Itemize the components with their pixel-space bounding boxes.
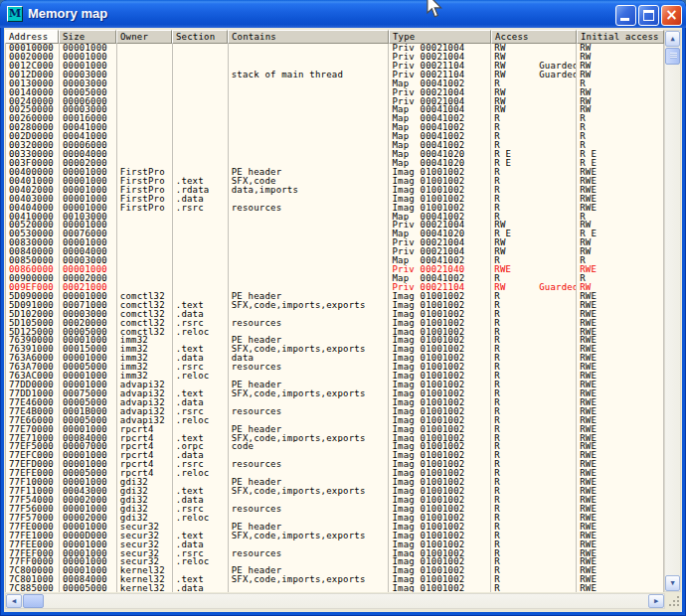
cell-initial_access: RWE [577, 398, 664, 407]
cell-size: 00005000 [60, 328, 117, 337]
column-header-owner[interactable]: Owner [116, 30, 172, 44]
table-row[interactable]: 0041000000103000Map 00041002RR [6, 213, 664, 222]
table-row[interactable]: 5D09100000071000comctl32.textSFX,code,im… [6, 301, 664, 310]
cell-initial_access: RWE [577, 328, 664, 337]
table-row[interactable]: 0013000000003000Map 00041002RR [6, 79, 664, 88]
cell-access: R [491, 425, 577, 434]
cell-owner: imm32 [117, 363, 173, 372]
table-row[interactable]: 77E7000000001000rpcrt4PE headerImag 0100… [6, 425, 664, 434]
column-header-section[interactable]: Section [172, 30, 228, 44]
cell-type: Priv 00021004 [389, 53, 491, 62]
table-row[interactable]: 77F5700000002000gdi32.relocImag 01001002… [6, 514, 664, 523]
table-row[interactable]: 7639000000001000imm32PE headerImag 01001… [6, 336, 664, 345]
table-row[interactable]: 77EFD00000001000rpcrt4.rsrcresourcesImag… [6, 460, 664, 469]
cell-address: 00410000 [6, 213, 60, 222]
column-header-address[interactable]: Address [5, 30, 59, 44]
scroll-right-button[interactable]: ▶ [648, 594, 664, 608]
minimize-button[interactable] [615, 5, 636, 26]
table-row[interactable]: 77EF500000007000rpcrt4.orpccodeImag 0100… [6, 442, 664, 451]
table-row[interactable]: 0040000000001000FirstProPE headerImag 01… [6, 168, 664, 177]
table-row[interactable]: 77DD000000001000advapi32PE headerImag 01… [6, 381, 664, 389]
table-row[interactable]: 0040300000001000FirstPro.dataImag 010010… [6, 195, 664, 204]
table-row[interactable]: 77FF000000001000secur32.relocImag 010010… [6, 557, 664, 566]
table-row[interactable]: 0052000000001000Priv 00021004RWRW [6, 221, 664, 230]
table-row[interactable]: 77E7100000084000rpcrt4.textSFX,code,impo… [6, 434, 664, 443]
table-row[interactable]: 0032000000006000Map 00041002RR [6, 141, 664, 150]
cell-access: R [491, 523, 577, 532]
column-header-type[interactable]: Type [389, 30, 491, 44]
table-row[interactable]: 77EFC00000001000rpcrt4.dataImag 01001002… [6, 451, 664, 460]
table-row[interactable]: 002D000000041000Map 00041002RR [6, 132, 664, 141]
scroll-left-button[interactable]: ◀ [6, 594, 22, 608]
titlebar[interactable]: M Memory map × [0, 0, 686, 28]
cell-address: 00840000 [6, 247, 60, 256]
cell-owner: rpcrt4 [117, 425, 173, 434]
cell-initial_access: RWE [577, 584, 664, 592]
table-row[interactable]: 0084000000004000Priv 00021004RWRW [6, 247, 664, 256]
table-row[interactable]: 5D09000000001000comctl32PE headerImag 01… [6, 292, 664, 301]
column-header-initial-access[interactable]: Initial access [577, 30, 664, 44]
table-row[interactable]: 0053000000076000Map 00041020R ER E [6, 230, 664, 238]
horizontal-scroll-thumb[interactable] [23, 594, 44, 608]
scroll-up-button[interactable]: ▲ [665, 31, 680, 47]
cell-size: 00005000 [60, 584, 117, 592]
table-row[interactable]: 77E6600000005000advapi32.relocImag 01001… [6, 416, 664, 425]
table-row[interactable]: 0025000000003000Map 00041004RWRW [6, 105, 664, 114]
table-row[interactable]: 763AC00000001000imm32.relocImag 01001002… [6, 372, 664, 381]
table-row[interactable]: 0040100000001000FirstPro.textSFX,codeIma… [6, 177, 664, 186]
table-row[interactable]: 7639100000015000imm32.textSFX,code,impor… [6, 345, 664, 354]
cell-type: Priv 00021004 [389, 238, 491, 247]
table-row[interactable]: 0086000000001000Priv 00021040RWERWE [6, 265, 664, 274]
resize-grip[interactable] [667, 594, 681, 608]
column-header-contains[interactable]: Contains [228, 30, 389, 44]
table-row[interactable]: 0024000000006000Priv 00021004RWRW [6, 97, 664, 106]
table-row[interactable]: 5D10500000020000comctl32.rsrcresourcesIm… [6, 319, 664, 328]
cell-size: 00020000 [60, 319, 117, 328]
table-row[interactable]: 0040200000001000FirstPro.rdatadata,impor… [6, 186, 664, 195]
table-row[interactable]: 0026000000016000Map 00041002RR [6, 114, 664, 123]
table-row[interactable]: 77FEE00000001000secur32.dataImag 0100100… [6, 540, 664, 549]
table-row[interactable]: 0012D00000003000stack of main threadPriv… [6, 71, 664, 79]
cell-section: .orpc [173, 442, 229, 451]
table-row[interactable]: 77E4B0000001B000advapi32.rsrcresourcesIm… [6, 407, 664, 416]
table-row[interactable]: 0001000000001000Priv 00021004RWRW [6, 44, 664, 53]
table-row[interactable]: 7C88500000005000kernel32.dataImag 010010… [6, 584, 664, 592]
table-row[interactable]: 0090000000002000Map 00041002RR [6, 274, 664, 283]
horizontal-scrollbar[interactable]: ◀ ▶ [5, 593, 665, 609]
table-row[interactable]: 763A600000001000imm32.datadataImag 01001… [6, 354, 664, 363]
table-row[interactable]: 77F5600000001000gdi32.rsrcresourcesImag … [6, 505, 664, 514]
vertical-scroll-thumb[interactable] [665, 48, 680, 65]
table-row[interactable]: 0083000000001000Priv 00021004RWRW [6, 238, 664, 247]
table-row[interactable]: 77F1000000001000gdi32PE headerImag 01001… [6, 478, 664, 487]
table-row[interactable]: 0012C00000001000Priv 00021104RW GuardedR… [6, 62, 664, 71]
table-row[interactable]: 0085000000003000Map 00041002RR [6, 256, 664, 265]
table-row[interactable]: 0002000000001000Priv 00021004RWRW [6, 53, 664, 62]
table-row[interactable]: 77FE000000001000secur32PE headerImag 010… [6, 523, 664, 532]
table-row[interactable]: 7C80100000084000kernel32.textSFX,code,im… [6, 575, 664, 584]
table-row[interactable]: 77DD100000075000advapi32.textSFX,code,im… [6, 389, 664, 398]
column-header-access[interactable]: Access [491, 30, 577, 44]
table-row[interactable]: 003F000000002000Map 00041020R ER E [6, 159, 664, 168]
table-row[interactable]: 0014000000005000Priv 00021004RWRW [6, 88, 664, 97]
scroll-down-button[interactable]: ▼ [665, 575, 680, 591]
table-row[interactable]: 0028000000041000Map 00041002RR [6, 123, 664, 132]
table-row[interactable]: 5D12500000005000comctl32.relocImag 01001… [6, 328, 664, 337]
table-row[interactable]: 77EFE00000005000rpcrt4.relocImag 0100100… [6, 469, 664, 478]
table-row[interactable]: 009EF00000021000Priv 00021104RW GuardedR… [6, 283, 664, 292]
table-row[interactable]: 763A700000005000imm32.rsrcresourcesImag … [6, 363, 664, 372]
cell-address: 003F0000 [6, 159, 60, 168]
table-row[interactable]: 77E4600000005000advapi32.dataImag 010010… [6, 398, 664, 407]
table-row[interactable]: 77F1100000043000gdi32.textSFX,code,impor… [6, 487, 664, 496]
table-row[interactable]: 77FEF00000001000secur32.rsrcresourcesIma… [6, 549, 664, 558]
table-row[interactable]: 5D10200000003000comctl32.dataImag 010010… [6, 310, 664, 319]
cell-owner: advapi32 [117, 416, 173, 425]
table-row[interactable]: 77F5400000002000gdi32.dataImag 01001002R… [6, 496, 664, 505]
table-row[interactable]: 0033000000004000Map 00041020R ER E [6, 150, 664, 159]
column-header-size[interactable]: Size [59, 30, 116, 44]
table-row[interactable]: 77FE10000000D000secur32.textSFX,code,imp… [6, 532, 664, 540]
close-button[interactable]: × [661, 5, 682, 26]
table-row[interactable]: 0040400000001000FirstPro.rsrcresourcesIm… [6, 204, 664, 213]
table-row[interactable]: 7C80000000001000kernel32PE headerImag 01… [6, 566, 664, 575]
vertical-scrollbar[interactable]: ▲ ▼ [664, 30, 681, 592]
maximize-button[interactable] [638, 5, 659, 26]
